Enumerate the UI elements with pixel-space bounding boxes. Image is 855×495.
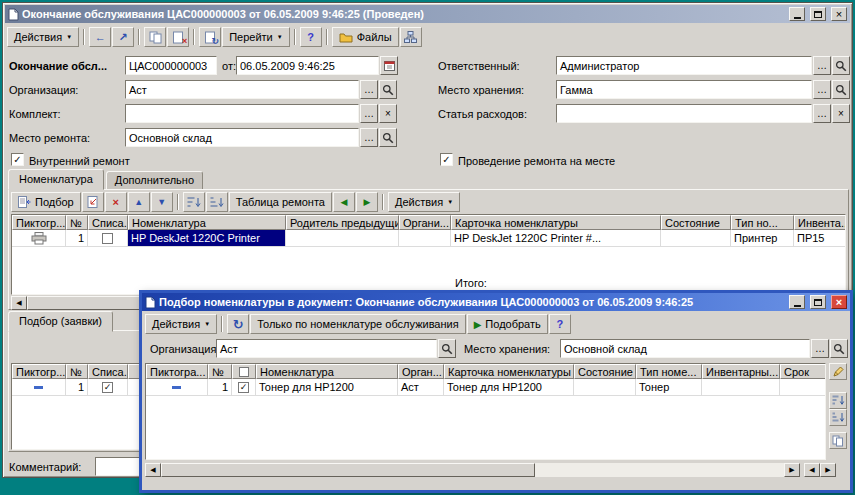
storage-select-button[interactable]: … <box>813 80 831 99</box>
cell-nomenclature[interactable]: HP DeskJet 1220C Printer <box>128 230 286 247</box>
cell-pictogram[interactable] <box>12 379 66 396</box>
dialog-maximize-button[interactable] <box>810 295 826 309</box>
dialog-sort-asc-button[interactable] <box>829 392 847 409</box>
dialog-copy-list-button[interactable] <box>829 432 847 449</box>
cell-type[interactable]: Тонер <box>636 379 702 396</box>
responsible-select-button[interactable]: … <box>813 56 831 75</box>
dialog-sort-desc-button[interactable] <box>829 409 847 426</box>
onsite-repair-checkbox[interactable]: ✓ <box>440 153 453 166</box>
col-card-header[interactable]: Карточка номенклатуры <box>451 215 661 230</box>
files-button[interactable]: Файлы <box>332 27 399 47</box>
cell-parent[interactable] <box>286 230 399 247</box>
org-input[interactable]: Аст <box>125 80 359 99</box>
col-inventory-header[interactable]: Инвента... <box>794 215 846 230</box>
repair-place-open-button[interactable] <box>379 128 397 147</box>
storage-open-button[interactable] <box>832 80 850 99</box>
dialog-org-input[interactable]: Аст <box>216 339 437 358</box>
responsible-input[interactable]: Администратор <box>556 56 812 75</box>
move-down-button[interactable]: ▼ <box>151 192 173 212</box>
cell-writeoff[interactable]: ✓ <box>88 379 128 396</box>
scroll-left-button[interactable]: ◀ <box>11 296 27 310</box>
dialog-storage-select-button[interactable]: … <box>811 339 829 358</box>
storage-input[interactable]: Гамма <box>556 80 812 99</box>
cell-pictogram[interactable] <box>146 379 208 396</box>
delete-row-button[interactable]: × <box>105 192 127 212</box>
org-select-button[interactable]: … <box>360 80 378 99</box>
col-number-header[interactable]: № <box>66 364 88 379</box>
prev-button[interactable]: ◀ <box>333 192 355 212</box>
tab-nomenclature[interactable]: Номенклатура <box>8 169 104 190</box>
col-org-header[interactable]: Орган... <box>398 364 444 379</box>
cell-type[interactable]: Принтер <box>731 230 794 247</box>
cell-pictogram[interactable] <box>12 230 66 247</box>
kit-select-button[interactable]: … <box>360 104 378 123</box>
edit-row-button[interactable] <box>829 363 847 380</box>
copy-button[interactable] <box>144 27 166 47</box>
refresh-button[interactable]: ↻ <box>227 314 249 334</box>
col-state-header[interactable]: Состояние <box>574 364 636 379</box>
cell-number[interactable]: 1 <box>208 379 232 396</box>
expense-select-button[interactable]: … <box>813 104 831 123</box>
kit-clear-button[interactable]: × <box>379 104 397 123</box>
fill-button[interactable] <box>82 192 104 212</box>
maximize-button[interactable] <box>810 7 826 21</box>
dialog-org-open-button[interactable] <box>438 339 456 358</box>
repair-place-select-button[interactable]: … <box>360 128 378 147</box>
select-all-checkbox[interactable] <box>239 367 249 377</box>
next-button[interactable]: ▶ <box>356 192 378 212</box>
col-nomenclature-header[interactable]: Номенклатура <box>128 215 286 230</box>
col-nomenclature-header[interactable]: Номенклатура <box>256 364 398 379</box>
responsible-open-button[interactable] <box>832 56 850 75</box>
cell-card[interactable]: HP DeskJet 1220C Printer #... <box>451 230 661 247</box>
forward-button[interactable]: ↗ <box>112 27 134 47</box>
col-writeoff-header[interactable]: Списа... <box>88 215 128 230</box>
col-pictogram-header[interactable]: Пиктогра... <box>146 364 208 379</box>
col-writeoff-header[interactable]: Списа... <box>88 364 128 379</box>
col-select-header[interactable] <box>232 364 256 379</box>
col-state-header[interactable]: Состояние <box>661 215 731 230</box>
goto-menu-button[interactable]: Перейти ▼ <box>222 27 290 47</box>
cell-term[interactable] <box>780 379 826 396</box>
cell-number[interactable]: 1 <box>66 379 88 396</box>
page-right-button[interactable]: ▶ <box>820 463 836 477</box>
col-card-header[interactable]: Карточка номенклатуры <box>444 364 574 379</box>
sort-asc-button[interactable] <box>183 192 205 212</box>
help-button[interactable]: ? <box>300 27 322 47</box>
org-open-button[interactable] <box>379 80 397 99</box>
dialog-storage-input[interactable]: Основной склад <box>560 339 810 358</box>
scroll-left-button[interactable]: ◀ <box>145 463 161 477</box>
pick-confirm-button[interactable]: ▶ Подобрать <box>467 314 548 334</box>
repair-table-button[interactable]: Таблица ремонта <box>229 192 332 212</box>
col-pictogram-header[interactable]: Пиктогр... <box>12 215 66 230</box>
tab-additional[interactable]: Дополнительно <box>106 171 203 190</box>
actions-menu-button[interactable]: Действия ▼ <box>7 27 79 47</box>
expense-input[interactable] <box>556 104 812 123</box>
scroll-right-button[interactable]: ▶ <box>784 463 800 477</box>
table-row[interactable]: 1 ✓ Тонер для HP1200 Аст Тонер для HP120… <box>146 379 825 396</box>
move-up-button[interactable]: ▲ <box>128 192 150 212</box>
calendar-button[interactable] <box>380 56 398 75</box>
pick-button[interactable]: Подбор <box>11 192 81 212</box>
cell-state[interactable] <box>574 379 636 396</box>
cell-writeoff[interactable] <box>88 230 128 247</box>
scroll-track[interactable] <box>161 463 784 477</box>
col-parent-header[interactable]: Родитель предыдущий <box>286 215 399 230</box>
col-number-header[interactable]: № <box>66 215 88 230</box>
col-inventory-header[interactable]: Инвентарны... <box>702 364 780 379</box>
page-left-button[interactable]: ◀ <box>804 463 820 477</box>
cell-inventory[interactable]: ПР15 <box>794 230 846 247</box>
dialog-titlebar[interactable]: Подбор номенклатуры в документ: Окончани… <box>142 293 850 311</box>
minimize-button[interactable] <box>789 7 805 21</box>
col-pictogram-header[interactable]: Пиктогр... <box>12 364 66 379</box>
only-service-nomenclature-button[interactable]: Только по номенклатуре обслуживания <box>250 314 466 334</box>
cell-state[interactable] <box>661 230 731 247</box>
select-checkbox[interactable]: ✓ <box>238 382 249 393</box>
cell-nomenclature[interactable]: Тонер для HP1200 <box>256 379 398 396</box>
expense-clear-button[interactable]: × <box>832 104 850 123</box>
writeoff-checkbox[interactable]: ✓ <box>102 382 113 393</box>
dialog-help-button[interactable]: ? <box>549 314 571 334</box>
doc-date-input[interactable]: 06.05.2009 9:46:25 <box>236 56 379 75</box>
scroll-thumb[interactable] <box>161 463 535 477</box>
dialog-actions-menu-button[interactable]: Действия ▼ <box>145 314 217 334</box>
doc-number-input[interactable]: ЦАС000000003 <box>125 56 217 75</box>
